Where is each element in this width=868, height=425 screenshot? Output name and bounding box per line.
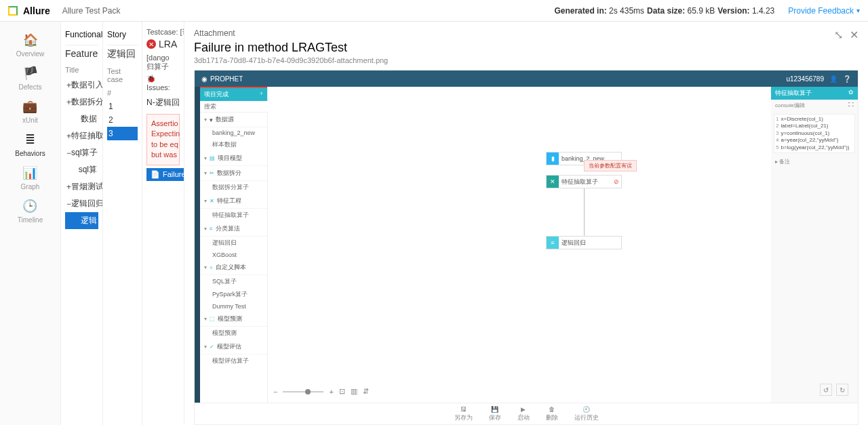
tab-functional[interactable]: Functional <box>65 30 102 39</box>
sidebar-item[interactable]: XGBoost <box>200 249 267 260</box>
sidebar-cat[interactable]: ▾✂数据拆分 <box>200 166 267 181</box>
tab-story[interactable]: Story <box>107 30 126 39</box>
nav-rail: 🏠Overview 🏴Defects 💼xUnit ≣Behaviors 📊Gr… <box>0 22 61 425</box>
briefcase-icon: 💼 <box>22 99 37 114</box>
list-icon: ≣ <box>25 132 35 147</box>
sidebar-item[interactable]: 特征抽取算子 <box>200 209 267 222</box>
attachment-link[interactable]: 📄 Failure <box>146 168 184 181</box>
testcase-row[interactable]: 3 <box>107 127 138 140</box>
redo-icon[interactable]: ↻ <box>836 384 848 396</box>
sidebar-cat[interactable]: ▾▾数据源 <box>200 113 267 127</box>
chevron-down-icon[interactable]: ▾ <box>856 7 860 14</box>
nav-graph[interactable]: 📊Graph <box>21 165 40 190</box>
sidebar-cat[interactable]: ▾✕特征工程 <box>200 194 267 209</box>
warn-icon: ⊘ <box>614 178 619 185</box>
testcase-crumb: Testcase: [试：速度仪] <box>146 27 180 37</box>
issues-label: Issues: <box>146 83 170 92</box>
sidebar-cat[interactable]: ▾⬚模型预测 <box>200 312 267 327</box>
sidebar-cat[interactable]: ▾≡分类算法 <box>200 222 267 237</box>
detail-pane: Attachment Failure in method LRAGTest 3d… <box>184 22 868 425</box>
node-lr[interactable]: ≡逻辑回归 <box>546 236 622 249</box>
sidebar-cat[interactable]: ▾▤项目模型 <box>200 151 267 166</box>
layout-icon[interactable]: ▥ <box>351 387 357 396</box>
undo-icon[interactable]: ↺ <box>820 384 832 396</box>
ver-label: Version: <box>717 6 749 16</box>
feature-row[interactable]: +冒烟测试 <box>65 178 98 195</box>
ver-value: 1.4.23 <box>752 6 774 16</box>
sidebar-item[interactable]: banking_2_new <box>200 127 267 138</box>
sidebar-item[interactable]: 逻辑回归 <box>200 237 267 249</box>
nav-overview[interactable]: 🏠Overview <box>16 33 45 58</box>
detail-section: Attachment <box>194 28 834 38</box>
close-icon[interactable]: ✕ <box>850 28 859 41</box>
nav-timeline[interactable]: 🕒Timeline <box>18 199 43 224</box>
node-feature[interactable]: ✕特征抽取算子⊘ <box>546 175 622 188</box>
sidebar-item[interactable]: 模型评估算子 <box>200 355 267 367</box>
footer-btn[interactable]: ▶启动 <box>517 406 530 422</box>
testcase-col: Test case <box>107 64 138 86</box>
footer-btn[interactable]: 💾保存 <box>489 406 501 422</box>
feature-row[interactable]: −逻辑回归 <box>65 195 98 212</box>
sidebar-item[interactable]: 数据拆分算子 <box>200 181 267 194</box>
title-col: Title <box>65 63 98 77</box>
zoom-slider[interactable] <box>283 391 323 392</box>
console-label: console编辑 <box>775 102 805 109</box>
list-icon: ≡ <box>547 237 559 249</box>
sidebar-cat[interactable]: ▾⟐自定义脚本 <box>200 260 267 275</box>
testcase-pane: Testcase: [试：速度仪] ✕LRA [dango 归算子 🐞 Issu… <box>142 22 184 425</box>
step-name: N-逻辑回 <box>146 94 180 111</box>
cross-icon: ✕ <box>547 176 559 188</box>
size-value: 65.9 kB <box>687 6 715 16</box>
feature-row[interactable]: −sql算子 <box>65 144 98 161</box>
help-icon[interactable]: ❔ <box>843 75 851 83</box>
feature-row[interactable]: +数据引入 <box>65 77 98 94</box>
testcase-sub1: [dango <box>146 54 180 62</box>
size-label: Data size: <box>647 6 685 16</box>
gear-icon[interactable]: ✿ <box>848 89 854 98</box>
clock-icon: 🕒 <box>22 199 37 214</box>
detail-title: Failure in method LRAGTest <box>194 38 834 56</box>
features-pane: Functional Feature Title +数据引入+数据拆分数据+特征… <box>61 22 103 425</box>
sidebar-cat[interactable]: ▾✓模型评估 <box>200 340 267 355</box>
testcase-row[interactable]: 1 <box>107 100 138 113</box>
sidebar-item[interactable]: SQL算子 <box>200 275 267 288</box>
feature-row[interactable]: 逻辑 <box>65 212 98 229</box>
feature-row[interactable]: +数据拆分 <box>65 94 98 110</box>
sidebar-item[interactable]: Dummy Test <box>200 301 267 312</box>
testcase-row[interactable]: 2 <box>107 113 138 127</box>
feature-row[interactable]: 数据 <box>65 110 98 127</box>
feature-row[interactable]: sql算 <box>65 161 98 178</box>
features-heading: Feature <box>65 48 98 59</box>
feedback-link[interactable]: Provide Feedback <box>788 6 854 16</box>
footer-btn[interactable]: 🖫另存为 <box>454 406 473 422</box>
feature-row[interactable]: +特征抽取 <box>65 127 98 144</box>
plus-icon[interactable]: + <box>260 90 263 99</box>
expand-icon[interactable]: ⛶ <box>848 102 854 109</box>
chart-icon: 📊 <box>22 165 37 180</box>
fit-icon[interactable]: ⊡ <box>339 387 345 396</box>
user-label: u123456789 <box>786 75 824 83</box>
sidebar-item[interactable]: 样本数据 <box>200 138 267 151</box>
gen-label: Generated in: <box>554 6 606 16</box>
nav-defects[interactable]: 🏴Defects <box>19 66 42 91</box>
user-icon[interactable]: 👤 <box>829 75 837 83</box>
behavior-pane: Story 逻辑回 Test case # 123 <box>103 22 142 425</box>
zoom-in-icon[interactable]: + <box>329 388 333 396</box>
compress-icon[interactable]: ⤡ <box>834 28 843 41</box>
sidebar-item[interactable]: PySpark算子 <box>200 288 267 301</box>
error-tooltip: 当前参数配置有误 <box>584 160 637 171</box>
brand: Allure <box>23 5 50 16</box>
side-tab[interactable]: 项目完成 <box>204 90 229 99</box>
hash-col: # <box>107 86 138 100</box>
canvas[interactable]: ▮banking_2_new 当前参数配置有误 ✕特征抽取算子⊘ ≡逻辑回归 <box>268 87 771 403</box>
group-icon[interactable]: ⇵ <box>363 387 369 396</box>
nav-behaviors[interactable]: ≣Behaviors <box>15 132 45 157</box>
footer-btn[interactable]: 🕘运行历史 <box>574 406 599 422</box>
gen-value: 2s 435ms <box>609 6 644 16</box>
zoom-out-icon[interactable]: − <box>273 388 277 396</box>
nav-xunit[interactable]: 💼xUnit <box>22 99 38 124</box>
sidebar-item[interactable]: 模型预测 <box>200 327 267 340</box>
footer-btn[interactable]: 🗑删除 <box>546 406 558 422</box>
flag-icon: 🏴 <box>23 66 38 81</box>
bars-icon: ▮ <box>547 153 559 165</box>
